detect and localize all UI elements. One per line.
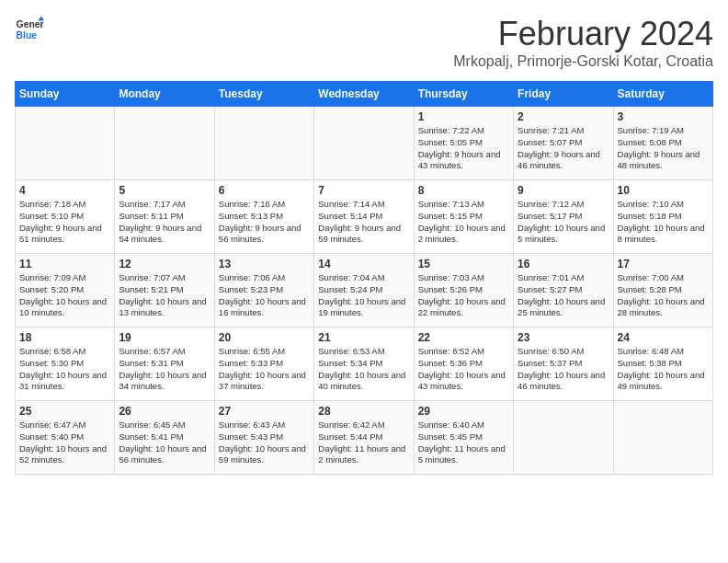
day-info: Sunrise: 6:47 AM Sunset: 5:40 PM Dayligh…	[19, 419, 110, 466]
day-number: 19	[119, 331, 210, 344]
day-info: Sunrise: 6:43 AM Sunset: 5:43 PM Dayligh…	[219, 419, 310, 466]
logo-icon: General Blue	[15, 15, 44, 44]
calendar-cell: 22Sunrise: 6:52 AM Sunset: 5:36 PM Dayli…	[414, 327, 513, 401]
day-info: Sunrise: 7:13 AM Sunset: 5:15 PM Dayligh…	[418, 199, 509, 246]
calendar-cell: 14Sunrise: 7:04 AM Sunset: 5:24 PM Dayli…	[314, 254, 414, 327]
day-info: Sunrise: 7:21 AM Sunset: 5:07 PM Dayligh…	[518, 125, 609, 172]
day-info: Sunrise: 7:18 AM Sunset: 5:10 PM Dayligh…	[19, 199, 110, 246]
calendar-table: SundayMondayTuesdayWednesdayThursdayFrid…	[15, 81, 713, 475]
day-number: 24	[618, 331, 709, 344]
day-info: Sunrise: 7:16 AM Sunset: 5:13 PM Dayligh…	[219, 199, 310, 246]
day-number: 10	[618, 184, 709, 197]
header-cell-wednesday: Wednesday	[314, 82, 414, 107]
calendar-body: 1Sunrise: 7:22 AM Sunset: 5:05 PM Daylig…	[16, 107, 713, 475]
calendar-cell: 8Sunrise: 7:13 AM Sunset: 5:15 PM Daylig…	[414, 180, 513, 254]
header-row: SundayMondayTuesdayWednesdayThursdayFrid…	[16, 82, 713, 107]
day-info: Sunrise: 7:14 AM Sunset: 5:14 PM Dayligh…	[318, 199, 409, 246]
calendar-cell: 6Sunrise: 7:16 AM Sunset: 5:13 PM Daylig…	[214, 180, 313, 254]
calendar-cell: 27Sunrise: 6:43 AM Sunset: 5:43 PM Dayli…	[214, 401, 313, 475]
calendar-header: SundayMondayTuesdayWednesdayThursdayFrid…	[16, 82, 713, 107]
day-number: 5	[119, 184, 210, 197]
day-info: Sunrise: 7:03 AM Sunset: 5:26 PM Dayligh…	[418, 272, 509, 319]
day-number: 3	[618, 110, 709, 123]
header-cell-sunday: Sunday	[16, 82, 115, 107]
header-cell-saturday: Saturday	[613, 82, 712, 107]
header-cell-tuesday: Tuesday	[214, 82, 313, 107]
header: General Blue February 2024 Mrkopalj, Pri…	[15, 15, 713, 70]
calendar-cell: 3Sunrise: 7:19 AM Sunset: 5:08 PM Daylig…	[613, 107, 712, 180]
calendar-cell: 9Sunrise: 7:12 AM Sunset: 5:17 PM Daylig…	[514, 180, 613, 254]
day-number: 21	[318, 331, 409, 344]
svg-text:General: General	[17, 19, 44, 29]
day-number: 7	[318, 184, 409, 197]
day-info: Sunrise: 7:12 AM Sunset: 5:17 PM Dayligh…	[518, 199, 609, 246]
logo: General Blue	[15, 15, 44, 44]
calendar-cell: 19Sunrise: 6:57 AM Sunset: 5:31 PM Dayli…	[115, 327, 214, 401]
calendar-cell: 5Sunrise: 7:17 AM Sunset: 5:11 PM Daylig…	[115, 180, 214, 254]
day-number: 26	[119, 405, 210, 418]
calendar-cell: 7Sunrise: 7:14 AM Sunset: 5:14 PM Daylig…	[314, 180, 414, 254]
day-number: 12	[119, 258, 210, 270]
calendar-cell	[314, 107, 414, 180]
calendar-cell: 16Sunrise: 7:01 AM Sunset: 5:27 PM Dayli…	[514, 254, 613, 327]
day-info: Sunrise: 6:58 AM Sunset: 5:30 PM Dayligh…	[19, 346, 110, 393]
calendar-title: February 2024	[453, 15, 713, 53]
day-info: Sunrise: 6:40 AM Sunset: 5:45 PM Dayligh…	[418, 419, 509, 466]
calendar-cell: 11Sunrise: 7:09 AM Sunset: 5:20 PM Dayli…	[16, 254, 115, 327]
day-number: 11	[19, 258, 110, 270]
calendar-cell: 25Sunrise: 6:47 AM Sunset: 5:40 PM Dayli…	[16, 401, 115, 475]
svg-text:Blue: Blue	[17, 30, 38, 40]
calendar-cell: 28Sunrise: 6:42 AM Sunset: 5:44 PM Dayli…	[314, 401, 414, 475]
day-info: Sunrise: 6:57 AM Sunset: 5:31 PM Dayligh…	[119, 346, 210, 393]
calendar-cell: 15Sunrise: 7:03 AM Sunset: 5:26 PM Dayli…	[414, 254, 513, 327]
day-number: 22	[418, 331, 509, 344]
day-number: 8	[418, 184, 509, 197]
calendar-cell	[16, 107, 115, 180]
header-cell-monday: Monday	[115, 82, 214, 107]
day-number: 23	[518, 331, 609, 344]
day-info: Sunrise: 6:52 AM Sunset: 5:36 PM Dayligh…	[418, 346, 509, 393]
calendar-cell: 23Sunrise: 6:50 AM Sunset: 5:37 PM Dayli…	[514, 327, 613, 401]
calendar-cell: 21Sunrise: 6:53 AM Sunset: 5:34 PM Dayli…	[314, 327, 414, 401]
day-info: Sunrise: 6:48 AM Sunset: 5:38 PM Dayligh…	[618, 346, 709, 393]
day-number: 14	[318, 258, 409, 270]
day-info: Sunrise: 7:07 AM Sunset: 5:21 PM Dayligh…	[119, 272, 210, 319]
week-row-4: 25Sunrise: 6:47 AM Sunset: 5:40 PM Dayli…	[16, 401, 713, 475]
day-info: Sunrise: 7:22 AM Sunset: 5:05 PM Dayligh…	[418, 125, 509, 172]
calendar-cell	[115, 107, 214, 180]
day-number: 13	[219, 258, 310, 270]
week-row-2: 11Sunrise: 7:09 AM Sunset: 5:20 PM Dayli…	[16, 254, 713, 327]
day-number: 16	[518, 258, 609, 270]
day-number: 6	[219, 184, 310, 197]
calendar-cell: 20Sunrise: 6:55 AM Sunset: 5:33 PM Dayli…	[214, 327, 313, 401]
day-info: Sunrise: 6:42 AM Sunset: 5:44 PM Dayligh…	[318, 419, 409, 466]
day-info: Sunrise: 6:53 AM Sunset: 5:34 PM Dayligh…	[318, 346, 409, 393]
day-info: Sunrise: 7:17 AM Sunset: 5:11 PM Dayligh…	[119, 199, 210, 246]
calendar-cell: 4Sunrise: 7:18 AM Sunset: 5:10 PM Daylig…	[16, 180, 115, 254]
week-row-3: 18Sunrise: 6:58 AM Sunset: 5:30 PM Dayli…	[16, 327, 713, 401]
day-number: 20	[219, 331, 310, 344]
day-number: 25	[19, 405, 110, 418]
calendar-cell: 12Sunrise: 7:07 AM Sunset: 5:21 PM Dayli…	[115, 254, 214, 327]
day-info: Sunrise: 7:19 AM Sunset: 5:08 PM Dayligh…	[618, 125, 709, 172]
day-info: Sunrise: 7:01 AM Sunset: 5:27 PM Dayligh…	[518, 272, 609, 319]
calendar-cell: 10Sunrise: 7:10 AM Sunset: 5:18 PM Dayli…	[613, 180, 712, 254]
day-info: Sunrise: 7:09 AM Sunset: 5:20 PM Dayligh…	[19, 272, 110, 319]
day-info: Sunrise: 7:00 AM Sunset: 5:28 PM Dayligh…	[618, 272, 709, 319]
day-number: 18	[19, 331, 110, 344]
calendar-cell: 29Sunrise: 6:40 AM Sunset: 5:45 PM Dayli…	[414, 401, 513, 475]
day-number: 2	[518, 110, 609, 123]
day-info: Sunrise: 7:04 AM Sunset: 5:24 PM Dayligh…	[318, 272, 409, 319]
calendar-cell	[214, 107, 313, 180]
calendar-cell: 2Sunrise: 7:21 AM Sunset: 5:07 PM Daylig…	[514, 107, 613, 180]
calendar-cell	[514, 401, 613, 475]
calendar-cell	[613, 401, 712, 475]
day-info: Sunrise: 7:10 AM Sunset: 5:18 PM Dayligh…	[618, 199, 709, 246]
calendar-cell: 26Sunrise: 6:45 AM Sunset: 5:41 PM Dayli…	[115, 401, 214, 475]
day-number: 1	[418, 110, 509, 123]
day-number: 15	[418, 258, 509, 270]
day-number: 17	[618, 258, 709, 270]
day-number: 4	[19, 184, 110, 197]
calendar-cell: 18Sunrise: 6:58 AM Sunset: 5:30 PM Dayli…	[16, 327, 115, 401]
day-number: 9	[518, 184, 609, 197]
